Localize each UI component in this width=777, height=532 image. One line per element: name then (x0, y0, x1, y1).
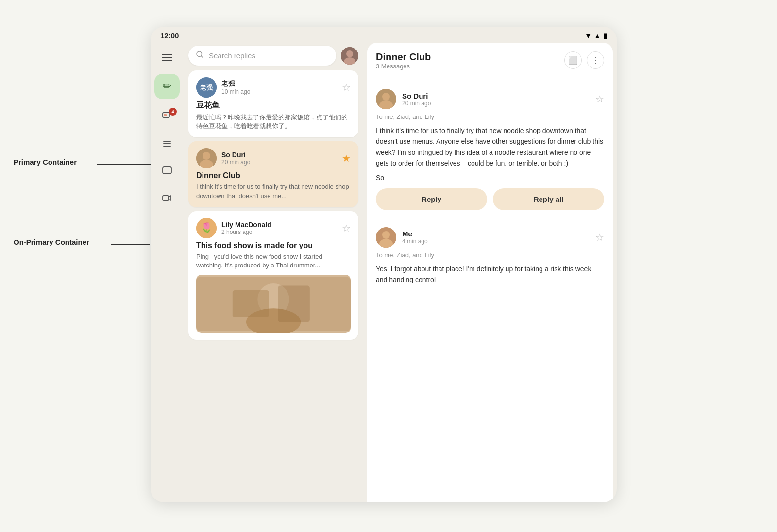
email-card-1-sender-info: 老强 10 min ago (221, 80, 250, 95)
email-card-1[interactable]: 老强 老强 10 min ago ☆ 豆花鱼 最近忙吗？ (188, 70, 358, 137)
message-card-1-star-button[interactable]: ☆ (595, 93, 604, 105)
pencil-icon: ✏ (163, 80, 171, 93)
message-card-1-sender-info: So Duri 20 min ago (402, 92, 431, 107)
message-card-2-star-button[interactable]: ☆ (595, 232, 604, 243)
detail-subtitle: 3 Messages (376, 63, 431, 70)
message-card-2-time: 4 min ago (402, 238, 428, 245)
email-card-2[interactable]: So Duri 20 min ago ★ Dinner Club I think… (188, 141, 358, 207)
message-card-1-signature: So (376, 174, 604, 182)
message-card-1-sender-name: So Duri (402, 92, 431, 100)
more-icon: ⋮ (591, 56, 599, 65)
sidebar-item-list[interactable] (155, 133, 179, 156)
email-card-3-preview: Ping– you'd love this new food show I st… (196, 252, 351, 270)
svg-point-25 (382, 93, 390, 100)
annotation-primary-container-label: Primary Container (14, 158, 77, 166)
expand-icon: ⬜ (568, 56, 578, 65)
outer-container: Primary Container On-Primary Container 1… (0, 0, 777, 532)
email-card-3-avatar: 🌷 (196, 218, 217, 238)
svg-rect-5 (163, 167, 171, 174)
svg-text:🌷: 🌷 (201, 222, 213, 233)
detail-header: Dinner Club 3 Messages ⬜ ⋮ (367, 43, 613, 75)
svg-point-10 (346, 50, 353, 57)
svg-rect-23 (278, 286, 309, 322)
email-card-1-avatar: 老强 (196, 77, 217, 98)
search-bar[interactable]: Search replies (188, 46, 336, 66)
annotation-onprimary-container-label: On-Primary Container (14, 238, 89, 246)
email-card-3[interactable]: 🌷 Lily MacDonald 2 hours ago ☆ This foo (188, 211, 358, 340)
email-card-2-header: So Duri 20 min ago ★ (196, 148, 351, 168)
email-card-1-time: 10 min ago (221, 88, 250, 95)
email-card-3-sender-row: 🌷 Lily MacDonald 2 hours ago (196, 218, 271, 238)
device-frame: 12:00 ▼ ▲ ▮ ✏ (151, 27, 617, 502)
svg-point-28 (382, 231, 390, 239)
email-card-3-image (196, 275, 351, 333)
email-card-3-star-button[interactable]: ☆ (342, 222, 351, 234)
message-card-2-sender-info: Me 4 min ago (402, 230, 428, 245)
svg-point-15 (203, 152, 210, 160)
hamburger-icon (162, 54, 172, 61)
svg-rect-4 (163, 146, 171, 147)
annotation-onprimary-line (111, 244, 150, 245)
message-card-1-avatar (376, 89, 396, 109)
message-card-1-body: I think it's time for us to finally try … (376, 125, 604, 169)
message-card-1: So Duri 20 min ago ☆ To me, Ziad, and Li… (376, 82, 604, 220)
email-card-3-header: 🌷 Lily MacDonald 2 hours ago ☆ (196, 218, 351, 238)
search-icon (195, 50, 204, 61)
user-avatar[interactable] (341, 47, 358, 65)
chat-icon (161, 165, 173, 179)
wifi-icon: ▼ (585, 32, 591, 40)
svg-rect-1 (164, 114, 167, 116)
email-card-1-star-button[interactable]: ☆ (342, 82, 351, 93)
photos-badge: 4 (169, 108, 177, 116)
email-card-3-sender-info: Lily MacDonald 2 hours ago (221, 221, 271, 235)
annotation-primary-line (97, 164, 151, 165)
message-card-1-sender-row: So Duri 20 min ago (376, 89, 431, 109)
email-card-2-star-button[interactable]: ★ (342, 152, 351, 164)
email-card-3-subject: This food show is made for you (196, 241, 351, 250)
message-card-2-header: Me 4 min ago ☆ (376, 227, 604, 248)
sidebar-item-video[interactable] (155, 187, 179, 211)
message-card-2-body: Yes! I forgot about that place! I'm defi… (376, 264, 604, 285)
detail-title: Dinner Club (376, 51, 431, 63)
message-card-1-time: 20 min ago (402, 100, 431, 107)
reply-all-button[interactable]: Reply all (493, 188, 604, 210)
email-card-2-sender-name: So Duri (221, 151, 250, 159)
svg-line-8 (201, 56, 203, 57)
svg-rect-22 (233, 290, 269, 317)
message-card-2-avatar (376, 227, 396, 248)
status-bar: 12:00 ▼ ▲ ▮ (151, 27, 617, 43)
svg-rect-3 (163, 143, 171, 144)
signal-icon: ▲ (594, 32, 601, 40)
status-icons: ▼ ▲ ▮ (585, 32, 607, 40)
sidebar-item-photos[interactable]: 4 (155, 106, 179, 129)
email-card-2-avatar (196, 148, 217, 168)
svg-rect-2 (163, 141, 171, 142)
message-card-1-header: So Duri 20 min ago ☆ (376, 89, 604, 109)
email-list: 老强 老强 10 min ago ☆ 豆花鱼 最近忙吗？ (184, 70, 363, 502)
reply-actions: Reply Reply all (376, 182, 604, 213)
detail-title-area: Dinner Club 3 Messages (376, 51, 431, 70)
email-card-3-time: 2 hours ago (221, 229, 271, 235)
email-card-1-sender-name: 老强 (221, 80, 250, 88)
message-card-2-to: To me, Ziad, and Lily (376, 251, 604, 259)
sidebar-item-chat[interactable] (155, 160, 179, 183)
search-placeholder-text: Search replies (209, 51, 255, 60)
list-icon (161, 138, 173, 151)
email-card-2-sender-row: So Duri 20 min ago (196, 148, 250, 168)
compose-fab[interactable]: ✏ (154, 74, 180, 99)
email-card-1-sender-row: 老强 老强 10 min ago (196, 77, 250, 98)
message-card-2-sender-row: Me 4 min ago (376, 227, 428, 248)
email-card-2-subject: Dinner Club (196, 171, 351, 180)
email-list-panel: Search replies (184, 43, 363, 502)
detail-expand-button[interactable]: ⬜ (564, 51, 582, 69)
detail-more-button[interactable]: ⋮ (587, 51, 604, 69)
search-bar-row: Search replies (184, 43, 363, 70)
video-icon (161, 192, 173, 206)
reply-button[interactable]: Reply (376, 188, 487, 210)
main-content: ✏ 4 (151, 43, 617, 502)
message-card-2-sender-name: Me (402, 230, 428, 238)
sidebar-hamburger-button[interactable] (157, 48, 177, 67)
message-card-1-to: To me, Ziad, and Lily (376, 113, 604, 120)
email-card-1-preview: 最近忙吗？昨晚我去了你最爱的那家饭馆，点了他们的特色豆花鱼，吃着吃着就想你了。 (196, 113, 351, 131)
svg-rect-6 (163, 196, 169, 200)
